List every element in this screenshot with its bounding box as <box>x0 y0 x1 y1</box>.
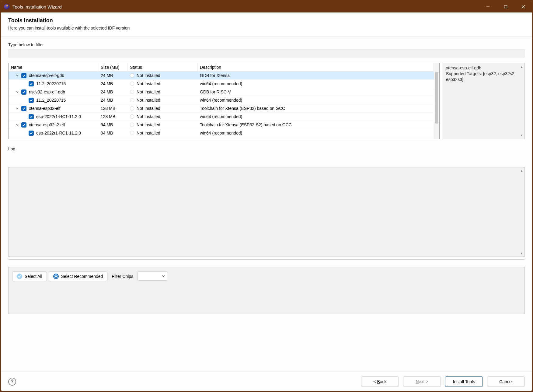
cell-size: 24 MB <box>98 80 127 88</box>
select-recommended-label: Select Recommended <box>61 274 103 279</box>
table-row[interactable]: xtensa-esp32s2-elf94 MBNot InstalledTool… <box>9 121 434 129</box>
help-button[interactable]: ? <box>8 378 16 386</box>
cell-size: 24 MB <box>98 72 127 79</box>
row-name: esp-2022r1-RC1-11.2.0 <box>36 114 81 119</box>
row-name: xtensa-esp32s2-elf <box>29 122 65 127</box>
expander-icon[interactable] <box>15 123 19 127</box>
table-row[interactable]: riscv32-esp-elf-gdb24 MBNot InstalledGDB… <box>9 88 434 96</box>
close-button[interactable] <box>514 1 532 12</box>
cell-status: Not Installed <box>127 88 197 96</box>
log-scroll-up-icon[interactable]: ▴ <box>521 169 523 173</box>
cell-name: riscv32-esp-elf-gdb <box>9 88 98 96</box>
row-name: riscv32-esp-elf-gdb <box>29 89 65 94</box>
status-dot-icon <box>130 98 134 102</box>
table-row[interactable]: xtensa-esp-elf-gdb24 MBNot InstalledGDB … <box>9 72 434 80</box>
details-scroll-down-icon[interactable]: ▾ <box>521 133 523 138</box>
table-header: Name Size (MB) Status Description <box>9 63 434 72</box>
details-panel: ▴ xtensa-esp-elf-gdb Supported Targets: … <box>443 63 525 139</box>
cell-description: win64 (recommended) <box>197 96 434 104</box>
row-name: xtensa-esp32-elf <box>29 106 61 111</box>
cell-status: Not Installed <box>127 121 197 129</box>
checkbox[interactable] <box>29 131 34 136</box>
tools-split: Name Size (MB) Status Description xtensa… <box>8 63 525 139</box>
cell-size: 94 MB <box>98 129 127 137</box>
cell-name: xtensa-esp-elf-gdb <box>9 72 98 79</box>
cell-description: win64 (recommended) <box>197 129 434 137</box>
checkbox[interactable] <box>21 73 26 78</box>
separator <box>8 259 525 260</box>
row-name: 11.2_20220715 <box>36 81 66 86</box>
select-recommended-button[interactable]: Select Recommended <box>49 271 108 281</box>
col-desc[interactable]: Description <box>197 63 434 71</box>
col-status[interactable]: Status <box>127 63 197 71</box>
header-panel: Tools Installation Here you can install … <box>1 12 532 37</box>
cell-name: xtensa-esp32-elf <box>9 104 98 112</box>
checkbox[interactable] <box>21 106 26 111</box>
table-scrollbar[interactable] <box>434 63 439 139</box>
table-row[interactable]: esp-2022r1-RC1-11.2.0128 MBNot Installed… <box>9 113 434 121</box>
cell-status: Not Installed <box>127 72 197 79</box>
cancel-button[interactable]: Cancel <box>487 376 525 387</box>
scrollbar-thumb[interactable] <box>435 72 438 124</box>
cell-status: Not Installed <box>127 104 197 112</box>
cell-description: win64 (recommended) <box>197 113 434 121</box>
row-name: esp-2022r1-RC1-11.2.0 <box>36 131 81 135</box>
table-row[interactable]: 11.2_2022071524 MBNot Installedwin64 (re… <box>9 96 434 104</box>
details-scroll-up-icon[interactable]: ▴ <box>521 65 523 69</box>
minimize-button[interactable] <box>479 1 497 12</box>
cell-size: 24 MB <box>98 96 127 104</box>
filter-chips-label: Filter Chips <box>109 271 136 281</box>
checkbox[interactable] <box>29 114 34 119</box>
details-line2: Supported Targets: [esp32, esp32s2, esp3… <box>446 71 521 82</box>
cell-size: 24 MB <box>98 88 127 96</box>
table-row[interactable]: 11.2_2022071524 MBNot Installedwin64 (re… <box>9 80 434 88</box>
table-row[interactable]: esp-2022r1-RC1-11.2.094 MBNot Installedw… <box>9 129 434 137</box>
cell-name: esp-2022r1-RC1-11.2.0 <box>9 113 98 121</box>
svg-rect-0 <box>504 5 507 8</box>
status-dot-icon <box>130 73 134 78</box>
cell-status: Not Installed <box>127 113 197 121</box>
main-content: Type below to filter Name Size (MB) Stat… <box>1 37 532 372</box>
expander-icon[interactable] <box>15 106 19 110</box>
cell-name: xtensa-esp32s2-elf <box>9 121 98 129</box>
status-dot-icon <box>130 131 134 135</box>
checkbox[interactable] <box>21 89 26 95</box>
status-dot-icon <box>130 114 134 119</box>
col-size[interactable]: Size (MB) <box>98 63 127 71</box>
chevron-down-icon <box>162 274 165 278</box>
filter-label: Type below to filter <box>8 42 525 47</box>
radio-icon <box>53 274 59 279</box>
filter-chips-dropdown[interactable] <box>138 271 168 281</box>
cell-description: Toolchain for Xtensa (ESP32-S2) based on… <box>197 121 434 129</box>
checkbox[interactable] <box>29 98 34 103</box>
details-line1: xtensa-esp-elf-gdb <box>446 65 521 71</box>
page-subtitle: Here you can install tools available wit… <box>8 26 525 30</box>
eclipse-icon <box>4 4 9 9</box>
window-title: Tools Installation Wizard <box>12 4 62 9</box>
cell-size: 128 MB <box>98 113 127 121</box>
select-all-button[interactable]: Select All <box>12 271 47 281</box>
cell-description: win64 (recommended) <box>197 80 434 88</box>
page-title: Tools Installation <box>8 17 525 24</box>
next-button[interactable]: Next > <box>403 376 441 387</box>
table-row[interactable]: xtensa-esp32-elf128 MBNot InstalledToolc… <box>9 104 434 113</box>
log-scroll-down-icon[interactable]: ▾ <box>521 251 523 255</box>
maximize-button[interactable] <box>497 1 514 12</box>
checkbox[interactable] <box>21 122 26 128</box>
titlebar[interactable]: Tools Installation Wizard <box>1 1 532 12</box>
cell-name: 11.2_20220715 <box>9 96 98 104</box>
install-tools-button[interactable]: Install Tools <box>445 376 483 387</box>
log-box[interactable]: ▴ ▾ <box>8 167 525 257</box>
select-all-label: Select All <box>25 274 42 279</box>
row-name: xtensa-esp-elf-gdb <box>29 73 64 78</box>
col-name[interactable]: Name <box>9 63 98 71</box>
cell-description: GDB for RISC-V <box>197 88 434 96</box>
expander-icon[interactable] <box>15 73 19 78</box>
expander-icon[interactable] <box>15 90 19 94</box>
check-icon <box>17 274 22 279</box>
checkbox[interactable] <box>29 81 34 86</box>
row-name: 11.2_20220715 <box>36 98 66 103</box>
back-button[interactable]: < ​Back <box>361 376 399 387</box>
filter-input[interactable] <box>8 49 525 58</box>
tools-table: Name Size (MB) Status Description xtensa… <box>8 63 440 139</box>
